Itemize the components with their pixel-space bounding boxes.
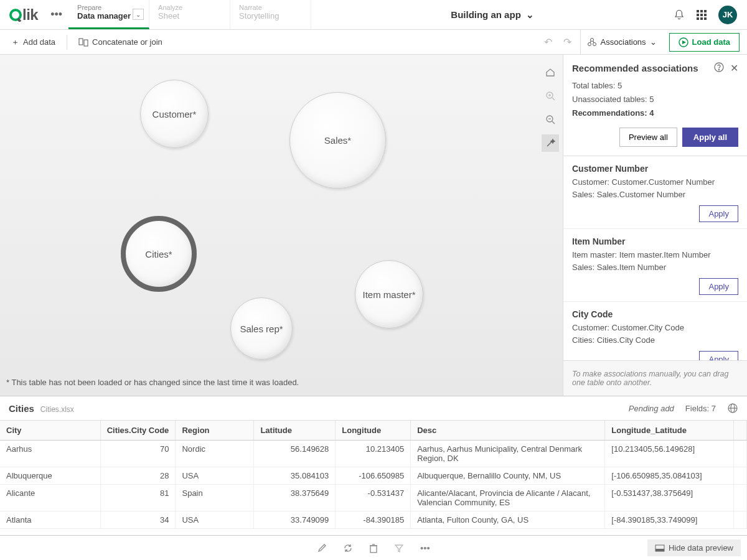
data-preview-table: City Cities.City Code Region Latitude Lo… [0,421,747,533]
bell-icon[interactable] [674,9,685,21]
panel-footer-hint: To make associations manually, you can d… [563,360,747,396]
svg-rect-12 [84,40,88,46]
svg-rect-8 [697,17,699,20]
zoom-out-icon[interactable] [542,111,559,128]
recommendation-item: Item Number Item master: Item master.Ite… [563,229,747,302]
tab-analyze[interactable]: Analyze Sheet [149,0,230,29]
apply-button[interactable]: Apply [699,205,738,222]
panel-icon [655,544,665,552]
magic-wand-icon[interactable] [542,134,559,152]
chevron-down-icon[interactable]: ⌄ [133,9,144,20]
plus-icon: ＋ [11,37,19,48]
svg-point-15 [590,38,593,41]
concat-icon [78,38,88,47]
close-icon[interactable]: ✕ [730,62,738,74]
apply-button[interactable]: Apply [699,351,738,360]
table-row[interactable]: Albuquerque28USA35.084103-106.650985Albu… [0,467,747,485]
svg-line-21 [552,98,555,100]
canvas-tools [542,63,559,152]
apply-button[interactable]: Apply [699,278,738,295]
table-row[interactable]: Atlanta34USA33.749099-84.390185Atlanta, … [0,511,747,529]
play-icon [679,37,688,47]
help-icon[interactable] [714,62,724,74]
redo-icon[interactable]: ↷ [561,36,574,48]
tab-prepare[interactable]: Prepare Data manager ⌄ [68,0,149,29]
svg-rect-10 [704,17,707,20]
concatenate-button[interactable]: Concatenate or join [72,34,169,50]
svg-line-17 [593,41,594,43]
bottom-bar: ••• Hide data preview [0,535,747,560]
svg-rect-2 [697,10,699,12]
bubble-item-master[interactable]: Item master* [355,260,423,329]
svg-line-16 [590,41,591,43]
recommendations-panel: Recommended associations ✕ Total tables:… [563,55,747,396]
top-tabs: Prepare Data manager ⌄ Analyze Sheet Nar… [68,0,311,29]
preview-all-button[interactable]: Preview all [619,128,677,147]
svg-point-14 [593,42,596,45]
edit-icon[interactable] [317,543,327,553]
refresh-icon[interactable] [343,543,353,553]
svg-rect-11 [79,39,83,45]
apply-all-button[interactable]: Apply all [682,128,738,147]
filter-icon[interactable] [394,543,404,553]
hide-preview-button[interactable]: Hide data preview [647,539,741,556]
svg-marker-19 [682,40,686,44]
preview-header: Cities Cities.xlsx Pending add Fields: 7 [0,396,747,421]
avatar[interactable]: JK [718,6,737,24]
recommendation-item: City Code Customer: Customer.City Code C… [563,302,747,360]
recommendation-item: Customer Number Customer: Customer.Custo… [563,156,747,229]
undo-icon[interactable]: ↶ [542,36,555,48]
svg-rect-4 [704,10,707,12]
table-row[interactable]: Alicante81Spain38.375649-0.531437Alicant… [0,485,747,511]
toolbar: ＋ Add data Concatenate or join ↶ ↷ Assoc… [0,30,747,55]
pending-status: Pending add [629,404,674,413]
add-data-button[interactable]: ＋ Add data [5,33,62,52]
delete-icon[interactable] [369,543,378,553]
svg-point-13 [588,42,591,45]
bubble-sales[interactable]: Sales* [289,92,386,189]
bubble-sales-rep[interactable]: Sales rep* [230,297,293,360]
svg-rect-37 [655,549,664,551]
logo[interactable]: lik [0,0,44,29]
home-icon[interactable] [542,63,559,81]
associations-icon [587,37,597,47]
svg-rect-3 [700,10,703,12]
panel-title: Recommended associations [572,63,698,73]
chevron-down-icon: ⌄ [650,37,657,47]
globe-icon[interactable] [727,403,738,414]
table-row[interactable]: Aarhus70Nordic56.14962810.213405Aarhus, … [0,441,747,467]
associations-canvas[interactable]: Customer* Sales* Cities* Item master* Sa… [0,55,563,396]
zoom-in-icon[interactable] [542,87,559,105]
load-data-button[interactable]: Load data [669,33,740,52]
bubble-customer[interactable]: Customer* [140,80,209,148]
tab-narrate[interactable]: Narrate Storytelling [230,0,311,29]
svg-line-25 [552,121,555,124]
svg-rect-9 [700,17,703,20]
svg-rect-7 [704,14,707,16]
svg-rect-6 [700,14,703,16]
more-icon[interactable]: ••• [420,543,430,553]
bubble-cities[interactable]: Cities* [125,220,193,288]
svg-rect-33 [370,546,377,553]
top-bar: lik ••• Prepare Data manager ⌄ Analyze S… [0,0,747,30]
chevron-down-icon: ⌄ [526,9,534,21]
footnote: * This table has not been loaded or has … [6,378,299,387]
svg-point-29 [718,69,719,70]
preview-table-name: Cities [9,403,34,414]
app-more-icon[interactable]: ••• [44,0,68,29]
associations-dropdown[interactable]: Associations ⌄ [580,30,663,55]
grid-icon[interactable] [696,9,707,21]
table-header-row: City Cities.City Code Region Latitude Lo… [0,421,747,441]
svg-rect-5 [697,14,699,16]
preview-file-name: Cities.xlsx [40,405,74,414]
app-title-dropdown[interactable]: Building an app ⌄ [311,0,674,29]
